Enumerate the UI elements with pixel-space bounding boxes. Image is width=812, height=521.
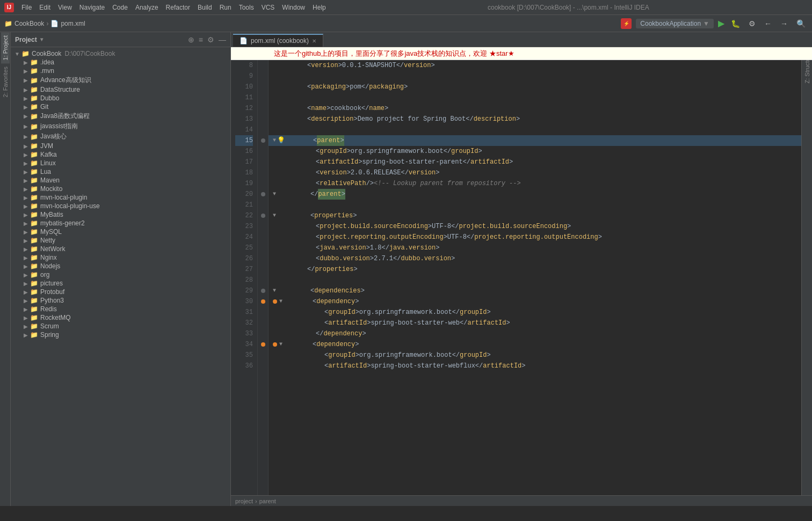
locate-icon[interactable]: ⊕ — [188, 35, 194, 44]
run-button[interactable]: ▶ — [718, 18, 724, 28]
breadcrumb-folder[interactable]: CookBook — [15, 20, 44, 27]
fold-icon-29[interactable]: ▼ — [273, 285, 276, 296]
project-tab-label[interactable]: 1: Project — [1, 32, 10, 63]
tab-close[interactable]: ✕ — [312, 38, 316, 44]
folder-icon: 📁 — [30, 211, 38, 218]
dot-orange-34 — [273, 342, 277, 347]
folder-icon: 📁 — [30, 322, 38, 330]
tree-item-git[interactable]: ▶ 📁 Git — [11, 102, 230, 111]
line-num-14: 14 — [235, 124, 253, 135]
gutter-35 — [258, 350, 268, 361]
code-line-27: </properties> — [269, 264, 801, 275]
tree-item-linux[interactable]: ▶ 📁 Linux — [11, 159, 230, 167]
favorites-tab-label[interactable]: 2: Favorites — [1, 63, 10, 100]
tree-item-maven[interactable]: ▶ 📁 Maven — [11, 176, 230, 185]
tree-item-nginx[interactable]: ▶ 📁 Nginx — [11, 253, 230, 262]
tree-item-spring[interactable]: ▶ 📁 Spring — [11, 331, 230, 339]
menu-build[interactable]: Build — [194, 3, 215, 12]
menu-tools[interactable]: Tools — [236, 3, 257, 12]
settings-icon[interactable]: ⚙ — [207, 35, 214, 44]
menu-analyze[interactable]: Analyze — [132, 3, 162, 12]
menu-navigate[interactable]: Navigate — [76, 3, 108, 12]
tree-item-rocketmq[interactable]: ▶ 📁 RocketMQ — [11, 313, 230, 322]
forward-button[interactable]: → — [778, 18, 790, 29]
search-button[interactable]: 🔍 — [794, 18, 808, 29]
tree-item-protobuf[interactable]: ▶ 📁 Protobuf — [11, 288, 230, 296]
gutter-25 — [258, 243, 268, 253]
gutter-11 — [258, 92, 268, 103]
tree-item-pictures[interactable]: ▶ 📁 pictures — [11, 279, 230, 288]
tree-item-redis[interactable]: ▶ 📁 Redis — [11, 305, 230, 313]
line-num-16: 16 — [235, 146, 253, 157]
fold-icon-22[interactable]: ▼ — [273, 210, 276, 221]
tree-item-java8[interactable]: ▶ 📁 Java8函数式编程 — [11, 111, 230, 121]
code-editor[interactable]: <version>0.0.1-SNAPSHOT</version> <packa… — [269, 47, 801, 495]
code-line-24: <project.reporting.outputEncoding>UTF-8<… — [269, 232, 801, 243]
tree-item-mysql[interactable]: ▶ 📁 MySQL — [11, 228, 230, 236]
tab-pom-xml[interactable]: 📄 pom.xml (cookbook) ✕ — [233, 34, 323, 47]
tree-item-nodejs[interactable]: ▶ 📁 Nodejs — [11, 262, 230, 270]
folder-icon: 📁 — [30, 331, 38, 339]
menu-run[interactable]: Run — [216, 3, 235, 12]
tree-item-python[interactable]: ▶ 📁 Python3 — [11, 296, 230, 305]
header-dropdown[interactable]: ▼ — [39, 36, 45, 42]
tree-item-mvn-plugin[interactable]: ▶ 📁 mvn-local-plugin — [11, 193, 230, 202]
breadcrumb-file[interactable]: pom.xml — [61, 20, 85, 27]
bottom-project[interactable]: project — [235, 498, 253, 504]
coverage-button[interactable]: ⚙ — [746, 18, 758, 29]
tree-item-lua[interactable]: ▶ 📁 Lua — [11, 167, 230, 176]
tree-item-network[interactable]: ▶ 📁 NetWork — [11, 245, 230, 253]
project-panel: Project ▼ ⊕ ≡ ⚙ — ▼ 📁 CookBook D:\007\Co… — [11, 32, 231, 506]
folder-icon: 📁 — [30, 237, 38, 244]
code-line-8: <version>0.0.1-SNAPSHOT</version> — [269, 60, 801, 71]
tree-item-javacore[interactable]: ▶ 📁 Java核心 — [11, 131, 230, 142]
debug-button[interactable]: 🐛 — [729, 18, 742, 29]
fold-icon-30[interactable]: ▼ — [279, 296, 282, 307]
tree-item-idea[interactable]: ▶ 📁 .idea — [11, 58, 230, 67]
menu-refactor[interactable]: Refactor — [163, 3, 193, 12]
gutter-15 — [258, 135, 268, 146]
menu-view[interactable]: View — [55, 3, 75, 12]
tree-item-mockito[interactable]: ▶ 📁 Mockito — [11, 185, 230, 193]
tree-item-jvm[interactable]: ▶ 📁 JVM — [11, 142, 230, 150]
tree-item-mvn[interactable]: ▶ 📁 .mvn — [11, 67, 230, 75]
collapse-icon[interactable]: ≡ — [199, 35, 203, 44]
tree-item-org[interactable]: ▶ 📁 org — [11, 270, 230, 279]
minimize-icon[interactable]: — — [219, 35, 226, 44]
tree-item-javassist[interactable]: ▶ 📁 javassist指南 — [11, 121, 230, 131]
tree-item-dubbo[interactable]: ▶ 📁 Dubbo — [11, 94, 230, 102]
menu-window[interactable]: Window — [279, 3, 308, 12]
folder-icon: 📁 — [30, 142, 38, 150]
tree-item-scrum[interactable]: ▶ 📁 Scrum — [11, 322, 230, 331]
tree-item-advance[interactable]: ▶ 📁 Advance高级知识 — [11, 75, 230, 85]
menu-vcs[interactable]: VCS — [258, 3, 278, 12]
editor-content: 这是一个github上的项目，里面分享了很多java技术栈的知识点，欢迎 ★st… — [231, 47, 812, 495]
folder-icon: 📁 — [30, 159, 38, 167]
fold-icon-20[interactable]: ▼ — [273, 189, 276, 200]
bottom-parent[interactable]: parent — [259, 498, 276, 504]
tree-root[interactable]: ▼ 📁 CookBook D:\007\CookBook — [11, 49, 230, 58]
menu-code[interactable]: Code — [109, 3, 131, 12]
menu-help[interactable]: Help — [309, 3, 329, 12]
fold-icon-34[interactable]: ▼ — [279, 339, 282, 350]
tree-item-mybatis-gener[interactable]: ▶ 📁 mybatis-gener2 — [11, 219, 230, 228]
folder-icon: 📁 — [30, 219, 38, 227]
folder-icon: 📁 — [30, 297, 38, 304]
tree-item-mvn-plugin-use[interactable]: ▶ 📁 mvn-local-plugin-use — [11, 202, 230, 210]
tree-item-datastructure[interactable]: ▶ 📁 DataStructure — [11, 85, 230, 94]
back-button[interactable]: ← — [762, 18, 774, 29]
folder-icon: 📁 — [30, 77, 38, 84]
line-num-21: 21 — [235, 200, 253, 210]
menu-edit[interactable]: Edit — [36, 3, 54, 12]
run-config-dropdown[interactable]: ▼ — [703, 20, 709, 27]
run-config-selector[interactable]: CookbookApplication ▼ — [636, 19, 714, 28]
tree-item-netty[interactable]: ▶ 📁 Netty — [11, 236, 230, 245]
code-line-19: <relativePath/> <!-- Lookup parent from … — [269, 178, 801, 189]
code-line-11 — [269, 92, 801, 103]
fold-icon-15[interactable]: ▼ — [273, 135, 276, 146]
bulb-icon-15[interactable]: 💡 — [277, 135, 285, 146]
menu-file[interactable]: File — [18, 3, 35, 12]
line-num-27: 27 — [235, 264, 253, 275]
tree-item-mybatis[interactable]: ▶ 📁 MyBatis — [11, 210, 230, 219]
tree-item-kafka[interactable]: ▶ 📁 Kafka — [11, 150, 230, 159]
